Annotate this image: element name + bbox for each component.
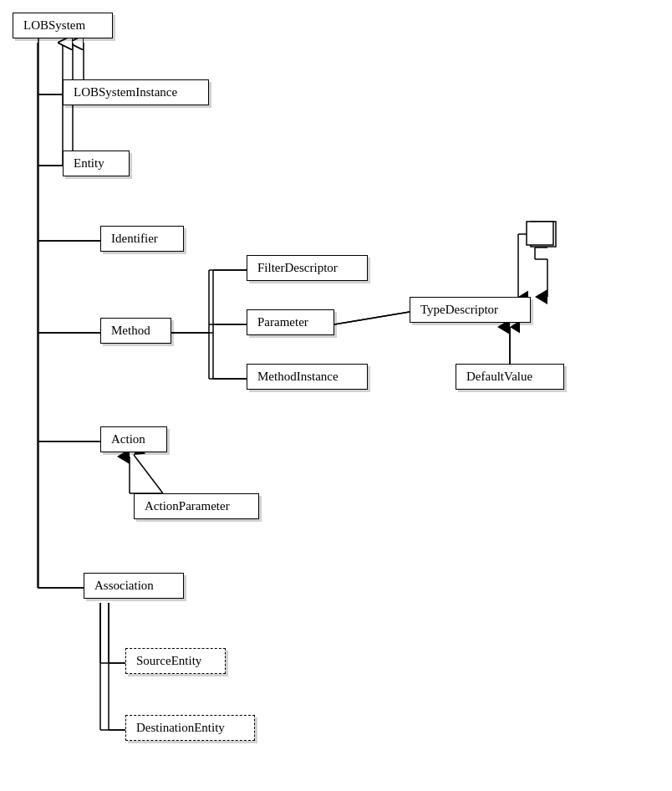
action-label: Action — [111, 432, 145, 446]
svg-rect-57 — [527, 222, 553, 245]
sourceentity-label: SourceEntity — [136, 654, 201, 667]
typedescriptor-label: TypeDescriptor — [420, 303, 498, 316]
action-node: Action — [100, 426, 167, 452]
association-node: Association — [84, 573, 184, 599]
diagram-container: LOBSystem LOBSystemInstance Entity Ident… — [0, 0, 672, 791]
lobsysteminstance-node: LOBSystemInstance — [63, 79, 209, 105]
association-label: Association — [94, 579, 154, 592]
method-label: Method — [111, 324, 150, 337]
svg-line-21 — [134, 455, 163, 493]
filterdescriptor-node: FilterDescriptor — [247, 255, 368, 281]
destinationentity-node: DestinationEntity — [125, 715, 255, 741]
destinationentity-label: DestinationEntity — [136, 721, 225, 734]
svg-rect-19 — [531, 222, 556, 247]
svg-line-45 — [334, 312, 410, 324]
lobsystem-node: LOBSystem — [13, 13, 113, 38]
methodinstance-label: MethodInstance — [257, 370, 339, 383]
connection-lines — [0, 0, 672, 791]
defaultvalue-label: DefaultValue — [466, 370, 532, 383]
identifier-node: Identifier — [100, 226, 184, 252]
filterdescriptor-label: FilterDescriptor — [257, 261, 338, 274]
sourceentity-node: SourceEntity — [125, 648, 226, 674]
lobsystem-label: LOBSystem — [23, 18, 85, 32]
method-node: Method — [100, 318, 171, 344]
parameter-label: Parameter — [257, 315, 308, 329]
actionparameter-label: ActionParameter — [145, 499, 230, 513]
defaultvalue-node: DefaultValue — [456, 364, 564, 390]
identifier-label: Identifier — [111, 232, 158, 245]
typedescriptor-node: TypeDescriptor — [410, 297, 531, 323]
parameter-node: Parameter — [247, 309, 334, 335]
svg-line-16 — [334, 312, 410, 324]
actionparameter-node: ActionParameter — [134, 493, 259, 519]
lobsysteminstance-label: LOBSystemInstance — [74, 85, 177, 99]
entity-label: Entity — [74, 156, 104, 170]
methodinstance-node: MethodInstance — [247, 364, 368, 390]
arrows-layer — [0, 0, 672, 791]
entity-node: Entity — [63, 151, 130, 176]
